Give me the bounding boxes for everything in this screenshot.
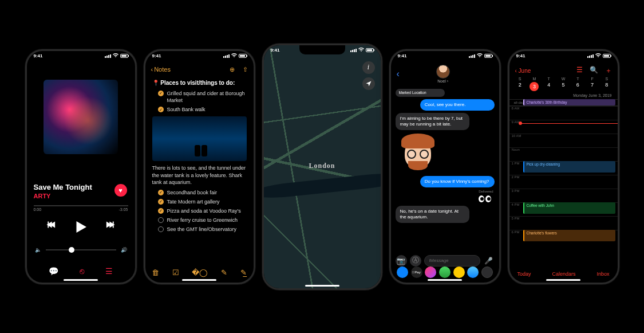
collaborate-button[interactable]: ⊕ (230, 66, 235, 73)
weekday-row: SMTWTFS (509, 77, 618, 81)
draw-button[interactable]: ✎ (221, 268, 227, 277)
checklist-item[interactable]: ✓Pizza and soda at Voodoo Ray's (158, 207, 247, 214)
check-todo-icon[interactable] (158, 217, 164, 223)
contact-name: Noel (437, 79, 445, 83)
share-button[interactable]: ⇧ (243, 66, 248, 73)
battery-icon (603, 54, 611, 58)
home-indicator[interactable] (428, 279, 462, 281)
delivered-label: Delivered (397, 190, 493, 193)
checklist-button[interactable]: ☑ (172, 268, 179, 277)
calendar-event[interactable]: Pick up dry-cleaning (523, 161, 615, 173)
apple-pay-icon[interactable]:  Pay (411, 267, 422, 278)
add-event-button[interactable]: ＋ (605, 66, 612, 76)
lyrics-button[interactable]: 💬 (49, 267, 58, 276)
check-done-icon[interactable]: ✓ (158, 107, 164, 112)
status-time: 9:41 (398, 53, 407, 58)
track-title: Save Me Tonight (34, 183, 128, 191)
check-todo-icon[interactable] (158, 226, 164, 232)
message-in[interactable]: No, he's on a date tonight. At the aquar… (396, 206, 470, 223)
more-apps-icon[interactable] (481, 267, 493, 278)
search-button[interactable]: 🔍 (590, 66, 598, 76)
time-remaining: -3:05 (119, 207, 128, 211)
app-store-button[interactable]: Ⓐ (410, 255, 421, 267)
progress-bar[interactable] (34, 205, 128, 206)
volume-slider[interactable] (46, 249, 116, 250)
allday-event[interactable]: Charlotte's 30th Birthday (523, 99, 615, 105)
location-bubble[interactable]: Marked Location (396, 89, 445, 97)
now-indicator (521, 123, 618, 124)
memoji-sticker[interactable] (398, 134, 438, 174)
airplay-button[interactable]: ⎋ (80, 267, 84, 276)
digital-touch-icon[interactable] (467, 267, 479, 278)
album-art[interactable] (44, 80, 118, 154)
calendar-event[interactable]: Coffee with John (523, 202, 615, 214)
calendar-screen: ‹ June ☰ 🔍 ＋ SMTWTFS 2345678 Monday June… (509, 51, 618, 283)
images-app-icon[interactable] (453, 267, 465, 278)
today-badge: 3 (530, 82, 539, 91)
notch (422, 51, 468, 60)
battery-icon (366, 48, 374, 52)
note-image[interactable] (152, 116, 247, 161)
home-indicator[interactable] (546, 279, 580, 281)
signal-icon (350, 49, 357, 52)
notch (58, 51, 104, 60)
message-out[interactable]: Cool, see you there. (420, 99, 495, 111)
memoji-app-icon[interactable] (439, 267, 451, 278)
camera-button[interactable]: �◯ (192, 268, 208, 277)
eyes-sticker[interactable] (479, 195, 495, 203)
checklist-item[interactable]: ✓South Bank walk (158, 106, 247, 113)
checklist-item[interactable]: River ferry cruise to Greenwich (158, 217, 247, 224)
app-store-icon[interactable] (397, 267, 408, 278)
checklist-item[interactable]: ✓Grilled squid and cider at Borough Mark… (158, 90, 247, 104)
voice-button[interactable]: 🎤 (483, 255, 495, 267)
date-row[interactable]: 2345678 (509, 81, 618, 93)
note-paragraph: There is lots to see, and the tunnel und… (152, 164, 247, 185)
view-list-button[interactable]: ☰ (576, 66, 583, 76)
check-done-icon[interactable]: ✓ (158, 190, 164, 195)
delete-button[interactable]: 🗑 (152, 268, 159, 277)
camera-button[interactable]: 📷 (396, 255, 407, 267)
today-button[interactable]: Today (517, 271, 531, 277)
queue-button[interactable]: ☰ (105, 267, 113, 276)
notes-screen: ‹ Notes ⊕ ⇧ 📍 Places to visit/things to … (145, 51, 254, 283)
new-note-button[interactable]: ✎̲ (240, 268, 247, 277)
volume-low-icon: 🔈 (35, 247, 41, 253)
calendar-event[interactable]: Charlotte's flowers (523, 230, 615, 241)
check-done-icon[interactable]: ✓ (158, 199, 164, 205)
checklist-item[interactable]: ✓Tate Modern art gallery (158, 198, 247, 205)
home-indicator[interactable] (305, 285, 339, 287)
day-grid[interactable]: 8 AM 9 AM 10 AM Noon 1 PM 2 PM 3 PM 4 PM… (509, 105, 618, 248)
love-button[interactable]: ♥ (114, 184, 127, 197)
contact-header[interactable]: Noel › (436, 65, 450, 83)
locate-button[interactable] (362, 77, 375, 90)
phone-notes: 9:41 ‹ Notes ⊕ ⇧ 📍 Places to visit/thing… (144, 49, 255, 284)
inbox-button[interactable]: Inbox (596, 271, 609, 277)
info-button[interactable]: i (362, 61, 375, 74)
play-button[interactable] (72, 218, 89, 238)
calendars-button[interactable]: Calendars (552, 271, 575, 277)
message-in[interactable]: I'm aiming to be there by 7, but may be … (396, 113, 470, 130)
checklist-item[interactable]: ✓Secondhand book fair (158, 189, 247, 196)
home-indicator[interactable] (64, 279, 98, 281)
note-heading: 📍 Places to visit/things to do: (152, 79, 247, 87)
allday-row[interactable]: all-day Charlotte's 30th Birthday (509, 99, 618, 105)
check-done-icon[interactable]: ✓ (158, 91, 164, 96)
checklist-item[interactable]: See the GMT line/Observatory (158, 226, 247, 233)
status-time: 9:41 (34, 53, 43, 58)
message-out[interactable]: Do you know if Vinny's coming? (420, 176, 495, 187)
avatar (436, 65, 450, 79)
back-button[interactable]: ‹ (397, 69, 400, 79)
month-back-button[interactable]: ‹ June (515, 68, 531, 74)
message-input[interactable]: iMessage (424, 255, 480, 267)
track-artist[interactable]: ARTY (34, 193, 128, 199)
check-done-icon[interactable]: ✓ (158, 208, 164, 214)
next-button[interactable] (105, 218, 118, 238)
wifi-icon (595, 53, 601, 59)
volume-high-icon: 🔊 (121, 247, 127, 253)
back-button[interactable]: ‹ Notes (151, 66, 171, 73)
home-indicator[interactable] (182, 279, 216, 281)
maps-screen[interactable]: London i (264, 45, 381, 288)
music-screen: Save Me Tonight ARTY ♥ 0:00 -3:05 🔈 🔊 💬 … (27, 51, 135, 283)
previous-button[interactable] (44, 218, 56, 238)
music-app-icon[interactable] (425, 267, 436, 278)
